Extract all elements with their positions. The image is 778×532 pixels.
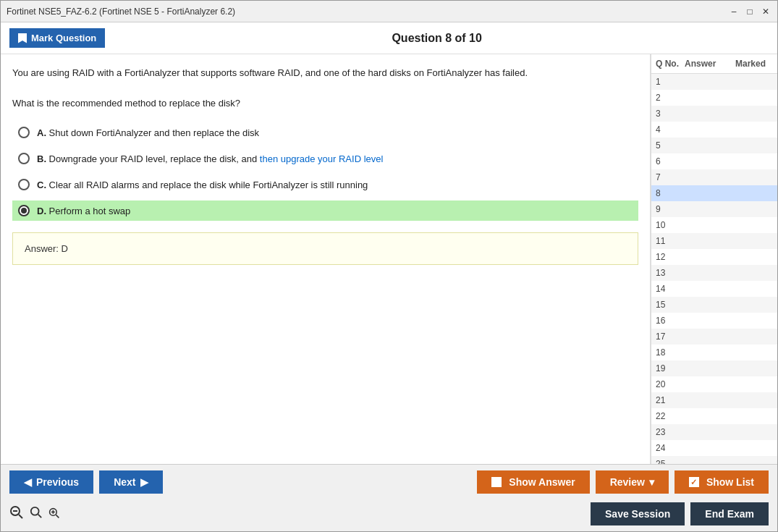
next-button[interactable]: Next ▶ [99,470,162,494]
sidebar-row[interactable]: 13 [651,265,777,281]
option-a-text: A. Shut down FortiAnalyzer and then repl… [37,127,259,138]
option-d[interactable]: D. Perform a hot swap [12,200,638,221]
option-c[interactable]: C. Clear all RAID alarms and replace the… [12,174,638,195]
sidebar-row-marked [732,203,776,216]
zoom-in-button[interactable] [48,507,60,521]
sidebar-row[interactable]: 24 [651,440,777,456]
sidebar-row[interactable]: 8 [651,185,777,201]
minimize-button[interactable]: – [728,6,740,17]
sidebar-row[interactable]: 18 [651,345,777,360]
sidebar-row-num: 12 [653,250,682,263]
sidebar-row-answer [682,457,732,464]
show-list-button[interactable]: ✓ Show List [675,470,769,494]
sidebar-row-answer [682,139,732,152]
sidebar-row[interactable]: 21 [651,392,777,408]
sidebar-row-answer [682,75,732,88]
sidebar-row[interactable]: 14 [651,281,777,297]
radio-b[interactable] [18,153,30,164]
mark-question-label: Mark Question [31,33,96,43]
radio-d[interactable] [18,205,30,216]
sidebar-row-num: 7 [653,171,682,184]
sidebar-row[interactable]: 15 [651,297,777,313]
next-label: Next [114,476,135,488]
sidebar-row[interactable]: 23 [651,424,777,440]
sidebar-row[interactable]: 11 [651,233,777,249]
svg-line-2 [19,515,22,518]
sidebar-row-marked [732,346,776,359]
previous-button[interactable]: ◀ Previous [9,470,93,494]
sidebar-row-answer [682,378,732,391]
sidebar-row-marked [732,139,776,152]
sidebar-row-marked [732,75,776,88]
show-answer-checkbox-icon [491,477,502,487]
sidebar-row[interactable]: 9 [651,201,777,217]
sidebar-row[interactable]: 22 [651,408,777,424]
sidebar-row-marked [732,378,776,391]
zoom-reset-button[interactable] [30,506,43,522]
end-exam-button[interactable]: End Exam [690,502,769,525]
sidebar-row[interactable]: 12 [651,249,777,265]
save-session-button[interactable]: Save Session [591,502,685,525]
sidebar-row[interactable]: 6 [651,153,777,169]
show-answer-button[interactable]: Show Answer [477,470,589,494]
sidebar-row[interactable]: 7 [651,169,777,185]
sidebar-row[interactable]: 5 [651,138,777,153]
sidebar-row[interactable]: 19 [651,360,777,376]
review-button[interactable]: Review ▾ [596,470,669,494]
svg-line-4 [38,515,42,518]
sidebar-row-num: 6 [653,155,682,168]
main-content: You are using RAID with a FortiAnalyzer … [1,54,777,464]
sidebar-row[interactable]: 17 [651,329,777,345]
show-answer-label: Show Answer [509,476,575,488]
maximize-button[interactable]: □ [744,6,756,17]
sidebar-row[interactable]: 10 [651,217,777,233]
show-list-label: Show List [706,476,754,488]
svg-point-3 [31,507,39,515]
mark-question-button[interactable]: Mark Question [9,28,105,48]
sidebar-row[interactable]: 2 [651,90,777,106]
sidebar-row-marked [732,219,776,232]
sidebar-row-answer [682,426,732,439]
next-arrow-icon: ▶ [140,476,148,488]
question-title: Question 8 of 10 [105,32,769,45]
sidebar-row-num: 4 [653,123,682,136]
sidebar-row[interactable]: 4 [651,122,777,138]
radio-c[interactable] [18,179,30,190]
sidebar-row-marked [732,123,776,136]
sidebar-row[interactable]: 3 [651,106,777,122]
previous-arrow-icon: ◀ [24,476,32,488]
sidebar-row-num: 9 [653,203,682,216]
close-button[interactable]: ✕ [760,6,771,17]
option-a[interactable]: A. Shut down FortiAnalyzer and then repl… [12,122,638,143]
sidebar-row-marked [732,298,776,311]
sidebar-row-answer [682,203,732,216]
sidebar-row-answer [682,282,732,295]
sidebar-row-num: 11 [653,235,682,248]
sidebar-rows: 1 2 3 4 5 6 7 8 [651,74,777,464]
review-label: Review [610,476,645,488]
question-panel: You are using RAID with a FortiAnalyzer … [1,54,651,464]
zoom-out-button[interactable] [9,505,24,523]
sidebar-row-answer [682,123,732,136]
sidebar-row-marked [732,410,776,423]
sidebar-row[interactable]: 25 [651,456,777,464]
radio-a[interactable] [18,127,30,138]
sidebar-row-answer [682,330,732,343]
sidebar-row-answer [682,410,732,423]
answer-text: Answer: D [25,243,68,254]
sidebar-row-marked [732,442,776,455]
footer-top: ◀ Previous Next ▶ Show Answer Review ▾ [1,465,777,499]
sidebar-row-num: 23 [653,426,682,439]
option-b[interactable]: B. Downgrade your RAID level, replace th… [12,148,638,169]
sidebar-row[interactable]: 20 [651,376,777,392]
window-controls: – □ ✕ [728,6,771,17]
sidebar-row-marked [732,250,776,263]
option-b-blue: then upgrade your RAID level [260,153,384,164]
sidebar-row-num: 8 [653,187,682,200]
header: Mark Question Question 8 of 10 [1,22,777,54]
sidebar-row-marked [732,171,776,184]
option-b-text: B. Downgrade your RAID level, replace th… [37,153,383,164]
sidebar-row[interactable]: 16 [651,313,777,329]
sidebar-row[interactable]: 1 [651,74,777,90]
sidebar-row-num: 15 [653,298,682,311]
